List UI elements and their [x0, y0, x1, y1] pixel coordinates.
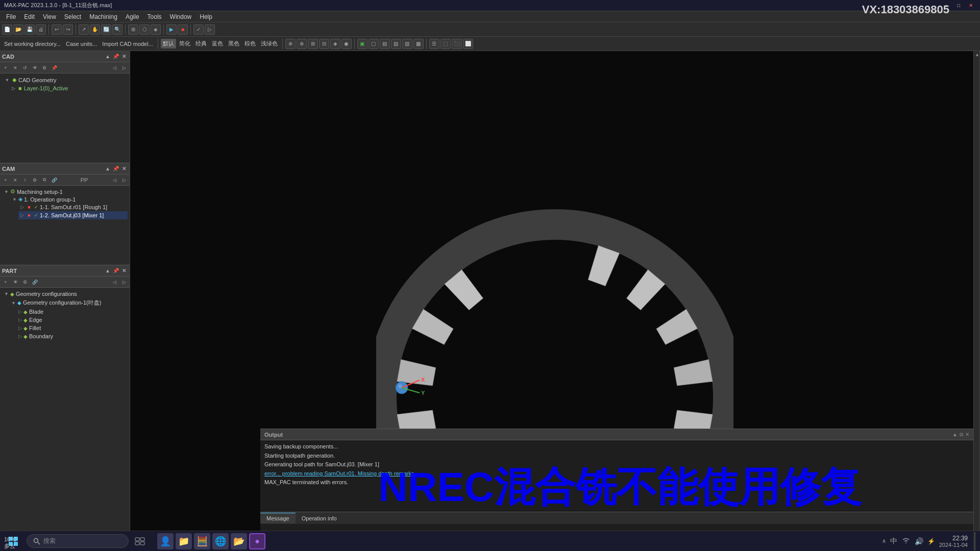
- tb2-btn12[interactable]: ▩: [413, 39, 424, 49]
- cam-op-1[interactable]: ▷ ■ ✓ 1-1. SamOut.r01 [Rough 1]: [18, 203, 128, 211]
- tb2-btn7[interactable]: ▣: [357, 39, 368, 49]
- workdir-btn[interactable]: Set working directory...: [2, 41, 63, 47]
- theme-classic[interactable]: 经典: [193, 40, 209, 47]
- tb2-btn8[interactable]: ▢: [369, 39, 379, 49]
- cam-panel-expand-icon[interactable]: ▲: [104, 165, 111, 172]
- cam-tb-link[interactable]: 🔗: [50, 176, 59, 184]
- geometry-configs-root[interactable]: ▼ ◆ Geometry configurations: [2, 290, 128, 298]
- cad-tb-refresh[interactable]: ↺: [20, 64, 30, 72]
- theme-blue[interactable]: 蓝色: [210, 40, 225, 47]
- blade-item[interactable]: ▷ ◆ Blade: [16, 308, 128, 316]
- import-cad-btn[interactable]: Import CAD model...: [100, 41, 155, 47]
- cad-layer-item[interactable]: ▷ ■ Layer-1(0)_Active: [8, 84, 128, 92]
- clock-display[interactable]: 22:39 2024-11-04: [939, 535, 968, 548]
- tb2-layers[interactable]: ☰: [429, 39, 439, 49]
- cad-tb-nav-right[interactable]: ▷: [119, 64, 129, 72]
- task-view-btn[interactable]: [131, 532, 149, 550]
- cad-panel-expand-icon[interactable]: ▲: [104, 53, 111, 60]
- output-close-btn[interactable]: ✕: [965, 432, 969, 438]
- fillet-item[interactable]: ▷ ◆ Fillet: [16, 324, 128, 332]
- menu-view[interactable]: View: [39, 12, 60, 21]
- vp-scroll-up[interactable]: ▲: [974, 51, 979, 58]
- tb2-view3[interactable]: ⬜: [463, 39, 473, 49]
- cam-panel-pin-icon[interactable]: 📌: [112, 165, 119, 172]
- close-btn[interactable]: ✕: [966, 2, 976, 10]
- tb2-btn10[interactable]: ▧: [391, 39, 401, 49]
- cad-tb-remove[interactable]: ✕: [11, 64, 20, 72]
- menu-machining[interactable]: Machining: [85, 12, 121, 21]
- boundary-item[interactable]: ▷ ◆ Boundary: [16, 332, 128, 340]
- cad-tb-gear[interactable]: ⚙: [40, 64, 49, 72]
- part-tb-nav-left[interactable]: ◁: [110, 278, 119, 286]
- tb-select[interactable]: ↗: [79, 24, 89, 35]
- menu-select[interactable]: Select: [60, 12, 85, 21]
- volume-icon[interactable]: 🔊: [915, 537, 923, 545]
- menu-help[interactable]: Help: [195, 12, 216, 21]
- menu-tools[interactable]: Tools: [143, 12, 166, 21]
- cad-panel-pin-icon[interactable]: 📌: [112, 53, 119, 60]
- app-icon-calc[interactable]: 🧮: [194, 533, 210, 549]
- part-tb-add[interactable]: +: [1, 278, 10, 286]
- tb-save[interactable]: 💾: [24, 24, 35, 35]
- edge-item[interactable]: ▷ ◆ Edge: [16, 316, 128, 324]
- part-tb-nav-right[interactable]: ▷: [119, 278, 129, 286]
- battery-icon[interactable]: ⚡: [927, 538, 935, 545]
- part-tb-gear[interactable]: ⚙: [20, 278, 30, 286]
- app-icon-explorer[interactable]: 📁: [176, 533, 192, 549]
- cad-geometry-root[interactable]: ▼ ◆ CAD Geometry: [2, 76, 128, 84]
- tb-stop[interactable]: ■: [178, 24, 188, 35]
- theme-simple[interactable]: 简化: [177, 40, 192, 47]
- output-tab-message[interactable]: Message: [260, 513, 296, 523]
- cam-op-group-item[interactable]: ▼ ◈ 1. Operation group-1: [10, 195, 128, 203]
- cad-tb-nav-left[interactable]: ◁: [110, 64, 119, 72]
- cad-tb-add[interactable]: +: [1, 64, 10, 72]
- app-icon-1[interactable]: 👤: [157, 533, 174, 549]
- output-tab-opinfo[interactable]: Operation info: [296, 513, 343, 523]
- menu-agile[interactable]: Agile: [121, 12, 143, 21]
- tray-expand-btn[interactable]: ∧: [882, 538, 886, 544]
- cam-tb-nav-right[interactable]: ▷: [119, 176, 129, 184]
- cam-op-2[interactable]: ▷ ■ ✓ 1-2. SamOut.j03 [Mixer 1]: [18, 211, 128, 219]
- show-desktop-btn[interactable]: [974, 532, 976, 550]
- tb-rotate[interactable]: 🔄: [101, 24, 111, 35]
- theme-brown[interactable]: 棕色: [242, 40, 258, 47]
- tb-generate[interactable]: ▶: [166, 24, 177, 35]
- tb-shade[interactable]: ◈: [151, 24, 161, 35]
- tb2-view1[interactable]: ⬚: [440, 39, 451, 49]
- cad-panel-close-icon[interactable]: ✕: [120, 53, 128, 60]
- ime-indicator[interactable]: 中: [890, 537, 897, 546]
- tb-undo[interactable]: ↩: [52, 24, 62, 35]
- vp-scrollbar[interactable]: ▲ ▼: [973, 51, 979, 551]
- output-expand-btn[interactable]: ▲: [952, 432, 958, 438]
- part-panel-close-icon[interactable]: ✕: [120, 267, 128, 274]
- geom-config-1[interactable]: ▼ ◆ Geometry configuration-1(叶盘): [9, 298, 128, 308]
- part-tb-link[interactable]: 🔗: [30, 278, 39, 286]
- theme-lightgreen[interactable]: 浅绿色: [259, 40, 280, 47]
- cam-tb-remove[interactable]: ✕: [11, 176, 20, 184]
- cam-tb-nav-left[interactable]: ◁: [110, 176, 119, 184]
- cad-tb-pin[interactable]: 📌: [50, 64, 59, 72]
- restore-btn[interactable]: □: [953, 2, 964, 10]
- tb2-btn2[interactable]: ⊗: [297, 39, 307, 49]
- app-icon-files[interactable]: 📂: [231, 533, 247, 549]
- part-tb-eye[interactable]: 👁: [11, 278, 20, 286]
- tb2-btn3[interactable]: ⊞: [308, 39, 318, 49]
- cam-tb-add[interactable]: +: [1, 176, 10, 184]
- taskbar-search[interactable]: 搜索: [27, 534, 129, 548]
- case-units-btn[interactable]: Case units...: [64, 41, 99, 47]
- network-icon[interactable]: [901, 537, 911, 546]
- cam-machining-setup[interactable]: ▼ ⚙ Machining setup-1: [2, 188, 128, 195]
- theme-default[interactable]: 默认: [161, 39, 176, 48]
- tb-redo[interactable]: ↪: [63, 24, 73, 35]
- tb-open[interactable]: 📂: [13, 24, 23, 35]
- tb2-view2[interactable]: ⬛: [452, 39, 462, 49]
- tb-verify[interactable]: ✓: [193, 24, 204, 35]
- cad-tb-eye[interactable]: 👁: [30, 64, 39, 72]
- tb2-btn1[interactable]: ⊕: [285, 39, 296, 49]
- theme-black[interactable]: 黑色: [226, 40, 241, 47]
- tb-pan[interactable]: ✋: [90, 24, 100, 35]
- app-icon-edge[interactable]: 🌐: [212, 533, 229, 549]
- tb2-btn5[interactable]: ◈: [330, 39, 340, 49]
- viewport[interactable]: X Y 461.9 x 185.7 mm ▲ ▼ Output ▲ ⧉ ✕: [130, 51, 980, 551]
- tb2-btn9[interactable]: ▤: [380, 39, 390, 49]
